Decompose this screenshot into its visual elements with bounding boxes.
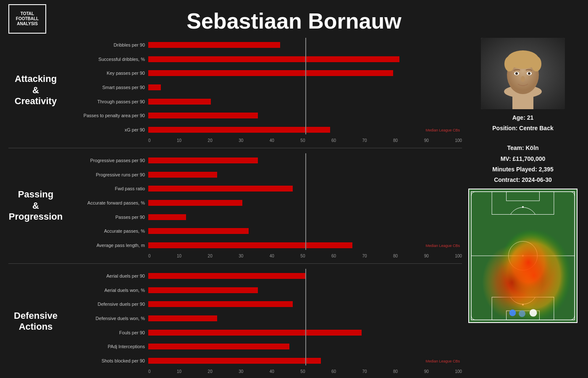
- right-panel: Age: 21 Position: Centre Back Team: Köln…: [466, 38, 580, 374]
- x-axis: 0102030405060708090100: [67, 138, 462, 143]
- logo-line2: FOOTBALL: [16, 16, 39, 21]
- x-ticks: 0102030405060708090100: [148, 138, 462, 143]
- bar-row: Shots blocked per 90Median League CBs: [67, 358, 462, 364]
- bar-row: Progressive runs per 90: [67, 172, 462, 178]
- chart-wrapper-attacking: Dribbles per 90Successful dribbles, %Key…: [67, 38, 462, 143]
- bar-label: Progressive runs per 90: [67, 172, 145, 177]
- svg-rect-25: [469, 190, 577, 322]
- bar-fill: [148, 172, 217, 178]
- bar-label: Aerial duels per 90: [67, 273, 145, 278]
- chart-wrapper-defensive: Aerial duels per 90Aerial duels won, %De…: [67, 269, 462, 374]
- charts-area: Attacking&CreativityDribbles per 90Succe…: [8, 38, 462, 374]
- contract-label: Contract: 2024-06-30: [492, 175, 554, 185]
- section-defensive: DefensiveActionsAerial duels per 90Aeria…: [8, 269, 462, 374]
- bar-fill: [148, 200, 242, 206]
- bar-fill: [148, 70, 393, 76]
- median-label: Median League CBs: [424, 359, 461, 364]
- bar-label: Successful dribbles, %: [67, 57, 145, 62]
- page-container: TOTAL FOOTBALL ANALYSIS Sebastiaan Borna…: [0, 0, 588, 378]
- bar-row: Successful dribbles, %: [67, 56, 462, 62]
- bar-row: Aerial duels per 90: [67, 273, 462, 279]
- bar-row: Defensive duels per 90: [67, 301, 462, 307]
- bar-label: Accurate forward passes, %: [67, 200, 145, 205]
- section-label-passing: Passing&Progression: [8, 153, 63, 258]
- median-line-outer-passing: [305, 153, 306, 250]
- header: TOTAL FOOTBALL ANALYSIS Sebastiaan Borna…: [8, 4, 580, 38]
- bar-label: Through passes per 90: [67, 99, 145, 104]
- bar-label: Fwd pass ratio: [67, 186, 145, 191]
- logo-line1: TOTAL: [21, 11, 34, 16]
- bar-row: Passes to penalty area per 90: [67, 113, 462, 118]
- bar-row: Dribbles per 90: [67, 42, 462, 48]
- position-label: Position: Centre Back: [492, 123, 553, 134]
- heatmap: [468, 189, 578, 323]
- bar-fill: [148, 344, 289, 349]
- bar-row: Key passes per 90: [67, 70, 462, 76]
- bar-fill: [148, 287, 258, 293]
- svg-point-26: [509, 310, 516, 316]
- player-info: Age: 21 Position: Centre Back: [492, 113, 553, 134]
- bar-label: xG per 90: [67, 127, 145, 132]
- section-label-attacking: Attacking&Creativity: [8, 38, 63, 143]
- median-line-outer-defensive: [305, 269, 306, 365]
- bar-fill: [148, 214, 186, 220]
- bar-label: Shots blocked per 90: [67, 358, 145, 363]
- section-divider: [8, 148, 462, 148]
- page-title: Sebastiaan Bornauw: [186, 8, 401, 34]
- svg-point-9: [515, 72, 518, 75]
- age-label: Age: 21: [492, 113, 553, 123]
- bar-label: Passes per 90: [67, 215, 145, 220]
- median-line-outer-attacking: [305, 38, 306, 134]
- bar-fill: [148, 330, 362, 336]
- bar-fill: [148, 99, 211, 105]
- section-attacking: Attacking&CreativityDribbles per 90Succe…: [8, 38, 462, 143]
- team-label: Team: Köln: [492, 143, 554, 153]
- bar-row: Accurate passes, %: [67, 228, 462, 234]
- minutes-label: Minutes Played: 2,395: [492, 164, 554, 175]
- bar-fill: [148, 186, 293, 192]
- bar-label: Defensive duels won, %: [67, 316, 145, 321]
- bar-label: Key passes per 90: [67, 71, 145, 76]
- svg-point-11: [521, 76, 525, 82]
- bar-label: Fouls per 90: [67, 330, 145, 335]
- bars-passing: Progressive passes per 90Progressive run…: [67, 153, 462, 252]
- bar-row: PAdj Interceptions: [67, 344, 462, 349]
- chart-wrapper-passing: Progressive passes per 90Progressive run…: [67, 153, 462, 258]
- svg-point-6: [531, 56, 541, 71]
- bar-label: Defensive duels per 90: [67, 302, 145, 307]
- main-content: Attacking&CreativityDribbles per 90Succe…: [8, 38, 580, 374]
- bar-row: Passes per 90: [67, 214, 462, 220]
- bar-fill: [148, 42, 280, 48]
- bar-fill: [148, 113, 258, 118]
- bar-fill: [148, 315, 217, 321]
- bar-label: Progressive passes per 90: [67, 158, 145, 163]
- bar-label: Smart passes per 90: [67, 85, 145, 90]
- bar-row: Fouls per 90: [67, 330, 462, 336]
- bar-fill: [148, 127, 330, 133]
- bar-fill: [148, 242, 352, 248]
- median-label: Median League CBs: [424, 243, 461, 248]
- bar-fill: [148, 273, 305, 279]
- bar-row: Through passes per 90: [67, 99, 462, 105]
- section-passing: Passing&ProgressionProgressive passes pe…: [8, 153, 462, 258]
- bar-label: Passes to penalty area per 90: [67, 113, 145, 118]
- x-axis: 0102030405060708090100: [67, 254, 462, 258]
- x-ticks: 0102030405060708090100: [148, 254, 462, 258]
- x-axis: 0102030405060708090100: [67, 369, 462, 374]
- svg-point-10: [528, 72, 530, 75]
- bar-row: xG per 90Median League CBs: [67, 127, 462, 133]
- player-photo: [481, 38, 565, 109]
- bar-fill: [148, 301, 293, 307]
- x-ticks: 0102030405060708090100: [148, 369, 462, 374]
- bar-label: Aerial duels won, %: [67, 288, 145, 293]
- bar-row: Accurate forward passes, %: [67, 200, 462, 206]
- logo-line3: ANALYSIS: [17, 21, 38, 26]
- bar-label: Dribbles per 90: [67, 42, 145, 47]
- bar-fill: [148, 84, 161, 90]
- bars-defensive: Aerial duels per 90Aerial duels won, %De…: [67, 269, 462, 368]
- logo: TOTAL FOOTBALL ANALYSIS: [8, 4, 46, 34]
- section-divider: [8, 263, 462, 264]
- bar-row: Average pass length, mMedian League CBs: [67, 242, 462, 248]
- svg-point-27: [519, 310, 525, 317]
- bars-attacking: Dribbles per 90Successful dribbles, %Key…: [67, 38, 462, 137]
